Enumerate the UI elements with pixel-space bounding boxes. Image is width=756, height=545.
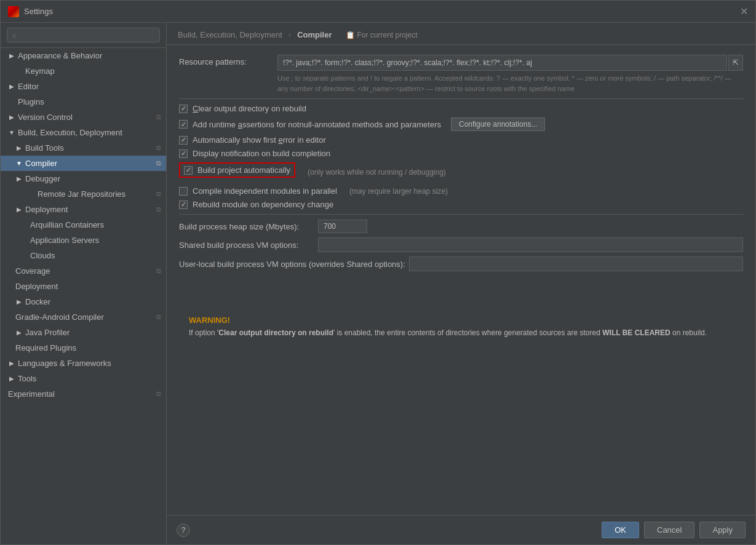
- breadcrumb-sep: ›: [288, 30, 291, 39]
- cancel-button[interactable]: Cancel: [644, 522, 694, 538]
- rebuild-on-dep-label: Rebuild module on dependency change: [193, 200, 333, 209]
- display-notification-row: Display notification on build completion: [179, 149, 743, 158]
- sidebar-item-clouds[interactable]: Clouds: [1, 248, 166, 263]
- bottom-left: ?: [177, 523, 190, 537]
- sidebar-item-coverage[interactable]: Coverage ⧉: [1, 263, 166, 279]
- apply-button[interactable]: Apply: [699, 522, 746, 538]
- sidebar-item-arquillian[interactable]: Arquillian Containers: [1, 217, 166, 233]
- arrow-icon: [8, 98, 15, 106]
- sidebar-item-label: Version Control: [18, 113, 73, 122]
- build-project-auto-checkbox[interactable]: [184, 166, 193, 175]
- sidebar-item-label: Compiler: [25, 159, 57, 168]
- resource-hint: Use ; to separate patterns and ! to nega…: [277, 73, 743, 93]
- bottom-bar: ? OK Cancel Apply: [167, 515, 755, 544]
- build-project-auto-label: Build project automatically: [197, 165, 290, 175]
- sidebar-item-label: Arquillian Containers: [30, 220, 104, 229]
- auto-show-error-row: Automatically show first error in editor: [179, 135, 743, 145]
- compile-independent-label: Compile independent modules in parallel: [193, 186, 337, 196]
- sidebar-item-build-exec-deploy[interactable]: ▼ Build, Execution, Deployment: [1, 125, 166, 140]
- sidebar-item-editor[interactable]: ▶ Editor: [1, 79, 166, 94]
- clear-output-label: Clear output directory on rebuild: [193, 104, 306, 113]
- user-local-vm-row: User-local build process VM options (ove…: [179, 257, 743, 271]
- expand-button[interactable]: ⇱: [728, 55, 743, 71]
- sidebar-item-label: Build Tools: [25, 143, 64, 153]
- add-runtime-checkbox[interactable]: [179, 120, 188, 129]
- sidebar-item-gradle-android[interactable]: Gradle-Android Compiler ⧉: [1, 309, 166, 325]
- arrow-icon: ▶: [15, 206, 23, 213]
- sidebar-item-appearance[interactable]: ▶ Appearance & Behavior: [1, 48, 166, 63]
- arrow-icon: ▶: [8, 360, 15, 367]
- sidebar-item-deployment2[interactable]: Deployment: [1, 279, 166, 294]
- heap-size-input[interactable]: [318, 220, 367, 233]
- arrow-icon: [15, 68, 23, 75]
- rebuild-on-dep-checkbox[interactable]: [179, 201, 188, 209]
- sidebar-item-build-tools[interactable]: ▶ Build Tools ⧉: [1, 140, 166, 156]
- arrow-icon: ▼: [8, 129, 15, 137]
- sidebar-item-remote-jar[interactable]: Remote Jar Repositories ⧉: [1, 186, 166, 202]
- title-bar-left: Settings: [8, 6, 53, 17]
- search-input[interactable]: [7, 28, 160, 42]
- sidebar-item-tools[interactable]: ▶ Tools: [1, 371, 166, 386]
- panel-body: Resource patterns: ⇱ Use ; to separate p…: [167, 45, 755, 515]
- display-notification-checkbox[interactable]: [179, 149, 188, 158]
- breadcrumb-current: Compiler: [297, 30, 332, 39]
- sidebar-item-java-profiler[interactable]: ▶ Java Profiler: [1, 325, 166, 340]
- sidebar-item-plugins[interactable]: Plugins: [1, 94, 166, 109]
- resource-patterns-input[interactable]: [277, 55, 727, 71]
- sidebar-item-experimental[interactable]: Experimental ⧉: [1, 386, 166, 402]
- sidebar-item-docker[interactable]: ▶ Docker: [1, 294, 166, 309]
- arrow-icon: ▶: [8, 114, 15, 121]
- user-local-vm-input[interactable]: [409, 257, 743, 271]
- settings-window: Settings ✕ ▶ Appearance & Behavior Keyma…: [0, 0, 756, 545]
- sidebar-item-label: Tools: [18, 374, 36, 383]
- sidebar-item-label: Build, Execution, Deployment: [18, 128, 122, 137]
- breadcrumb-parent: Build, Execution, Deployment: [178, 30, 282, 39]
- app-icon: [8, 6, 19, 17]
- warning-title: WARNING!: [189, 316, 733, 325]
- sidebar-item-label: Deployment: [15, 282, 58, 291]
- ok-button[interactable]: OK: [602, 522, 639, 538]
- sidebar-item-deployment[interactable]: ▶ Deployment ⧉: [1, 202, 166, 217]
- shared-vm-input[interactable]: [318, 237, 743, 252]
- sidebar-item-label: Remote Jar Repositories: [38, 189, 125, 199]
- arrow-icon: ▶: [8, 52, 15, 60]
- close-button[interactable]: ✕: [740, 6, 748, 17]
- heap-size-row: Build process heap size (Mbytes):: [179, 220, 743, 233]
- auto-show-error-checkbox[interactable]: [179, 136, 188, 145]
- arrow-icon: ▶: [15, 175, 23, 183]
- for-project-icon: 📋: [346, 31, 355, 39]
- help-button[interactable]: ?: [177, 523, 190, 537]
- sidebar-item-version-control[interactable]: ▶ Version Control ⧉: [1, 109, 166, 125]
- divider2: [179, 214, 743, 215]
- bottom-right: OK Cancel Apply: [602, 522, 746, 538]
- copy-icon: ⧉: [156, 144, 161, 152]
- copy-icon: ⧉: [156, 159, 161, 167]
- sidebar-item-label: Required Plugins: [15, 343, 76, 352]
- sidebar-item-debugger[interactable]: ▶ Debugger: [1, 171, 166, 186]
- sidebar-item-label: Docker: [25, 297, 50, 306]
- warning-text: If option 'Clear output directory on reb…: [189, 327, 733, 338]
- copy-icon: ⧉: [156, 190, 161, 198]
- right-panel: Build, Execution, Deployment › Compiler …: [167, 23, 755, 544]
- sidebar-item-required-plugins[interactable]: Required Plugins: [1, 340, 166, 356]
- clear-output-checkbox[interactable]: [179, 105, 188, 113]
- sidebar-item-app-servers[interactable]: Application Servers: [1, 233, 166, 248]
- sidebar-item-compiler[interactable]: ▼ Compiler ⧉: [1, 156, 166, 171]
- warning-section: WARNING! If option 'Clear output directo…: [179, 308, 743, 346]
- compile-independent-note: (may require larger heap size): [349, 187, 448, 196]
- search-box: [1, 23, 166, 48]
- compile-independent-checkbox[interactable]: [179, 187, 188, 196]
- sidebar-item-label: Plugins: [18, 97, 44, 106]
- sidebar-item-label: Editor: [18, 82, 39, 91]
- sidebar-item-keymap[interactable]: Keymap: [1, 63, 166, 79]
- resource-field-row: ⇱: [277, 55, 743, 71]
- sidebar-item-label: Java Profiler: [25, 328, 70, 337]
- arrow-icon: ▶: [15, 298, 23, 306]
- for-project: 📋 For current project: [346, 31, 418, 39]
- sidebar-item-label: Appearance & Behavior: [18, 51, 102, 60]
- heap-size-label: Build process heap size (Mbytes):: [179, 222, 314, 231]
- configure-annotations-button[interactable]: Configure annotations...: [451, 117, 545, 131]
- sidebar-item-languages[interactable]: ▶ Languages & Frameworks: [1, 356, 166, 371]
- add-runtime-row: Add runtime assertions for notnull-annot…: [179, 117, 743, 131]
- shared-vm-label: Shared build process VM options:: [179, 241, 314, 250]
